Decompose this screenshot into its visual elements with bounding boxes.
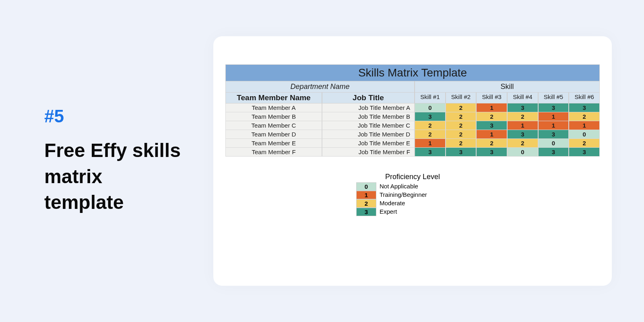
skill-value: 2: [446, 103, 477, 112]
legend-swatch: 0: [356, 182, 376, 191]
item-number: #5: [44, 106, 181, 126]
member-name: Team Member D: [225, 130, 322, 139]
skill-value: 3: [476, 148, 507, 157]
skills-matrix-sheet: Skills Matrix Template Department Name S…: [225, 64, 600, 157]
skill-value: 3: [507, 103, 538, 112]
table-row: Team Member DJob Title Member D221330: [225, 130, 600, 139]
legend-swatch: 2: [356, 199, 376, 208]
member-name: Team Member A: [225, 103, 322, 112]
skill-value: 1: [569, 121, 600, 130]
legend-label: Training/Beginner: [376, 191, 469, 199]
left-panel: #5 Free Effy skills matrix template: [44, 106, 181, 216]
job-title: Job Title Member E: [322, 139, 415, 148]
legend-label: Not Applicable: [376, 182, 469, 191]
job-title: Job Title Member D: [322, 130, 415, 139]
skill-column-header: Skill #6: [569, 93, 600, 103]
skill-value: 2: [507, 139, 538, 148]
skill-value: 1: [415, 139, 446, 148]
skill-value: 2: [569, 112, 600, 121]
skill-value: 2: [446, 121, 477, 130]
legend-row: 2Moderate: [356, 199, 469, 208]
member-name: Team Member F: [225, 148, 322, 157]
skill-column-header: Skill #1: [415, 93, 446, 103]
skill-value: 0: [569, 130, 600, 139]
member-name: Team Member C: [225, 121, 322, 130]
skill-value: 3: [538, 103, 569, 112]
legend-title: Proficiency Level: [356, 173, 469, 181]
legend-row: 1Training/Beginner: [356, 191, 469, 199]
team-member-header: Team Member Name: [225, 93, 322, 103]
skill-column-header: Skill #3: [476, 93, 507, 103]
skill-value: 0: [415, 103, 446, 112]
proficiency-legend: Proficiency Level 0Not Applicable1Traini…: [356, 173, 469, 216]
legend-row: 0Not Applicable: [356, 182, 469, 191]
table-row: Team Member CJob Title Member C223111: [225, 121, 600, 130]
skill-column-header: Skill #5: [538, 93, 569, 103]
table-row: Team Member AJob Title Member A021333: [225, 103, 600, 112]
skill-value: 3: [446, 148, 477, 157]
skill-value: 2: [446, 130, 477, 139]
sheet-title: Skills Matrix Template: [225, 64, 600, 81]
legend-label: Moderate: [376, 199, 469, 208]
skill-value: 2: [446, 112, 477, 121]
item-title: Free Effy skills matrix template: [44, 138, 181, 216]
department-header: Department Name: [225, 81, 415, 93]
skill-value: 3: [569, 148, 600, 157]
skill-value: 3: [476, 121, 507, 130]
table-row: Team Member BJob Title Member B322212: [225, 112, 600, 121]
skill-value: 1: [476, 130, 507, 139]
skill-value: 3: [507, 130, 538, 139]
table-row: Team Member FJob Title Member F333033: [225, 148, 600, 157]
legend-label: Expert: [376, 208, 469, 216]
skill-value: 3: [415, 148, 446, 157]
skill-value: 1: [476, 103, 507, 112]
skill-value: 2: [446, 139, 477, 148]
skill-value: 2: [476, 139, 507, 148]
member-name: Team Member B: [225, 112, 322, 121]
skill-value: 0: [507, 148, 538, 157]
legend-swatch: 3: [356, 208, 376, 216]
skill-value: 2: [569, 139, 600, 148]
skill-column-header: Skill #2: [446, 93, 477, 103]
job-title: Job Title Member F: [322, 148, 415, 157]
skill-value: 0: [538, 139, 569, 148]
skill-value: 2: [476, 112, 507, 121]
skill-column-header: Skill #4: [507, 93, 538, 103]
skill-value: 3: [538, 130, 569, 139]
skill-value: 2: [415, 130, 446, 139]
legend-row: 3Expert: [356, 208, 469, 216]
table-row: Team Member EJob Title Member E122202: [225, 139, 600, 148]
job-title: Job Title Member C: [322, 121, 415, 130]
legend-swatch: 1: [356, 191, 376, 199]
skill-value: 1: [507, 121, 538, 130]
skill-value: 3: [538, 148, 569, 157]
job-title: Job Title Member A: [322, 103, 415, 112]
skill-group-header: Skill: [415, 81, 600, 93]
skill-value: 1: [538, 112, 569, 121]
skill-value: 3: [415, 112, 446, 121]
skill-value: 1: [538, 121, 569, 130]
skill-value: 2: [415, 121, 446, 130]
template-card: Skills Matrix Template Department Name S…: [213, 36, 612, 286]
skill-value: 3: [569, 103, 600, 112]
member-name: Team Member E: [225, 139, 322, 148]
skill-value: 2: [507, 112, 538, 121]
job-title: Job Title Member B: [322, 112, 415, 121]
job-title-header: Job Title: [322, 93, 415, 103]
